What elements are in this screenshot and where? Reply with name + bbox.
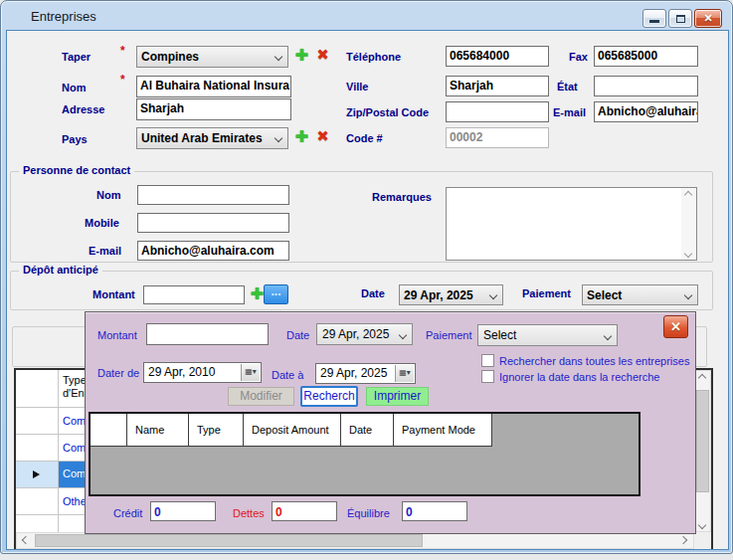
date-select[interactable]: 29 Apr, 2025 — [399, 284, 503, 305]
credit-label: Crédit — [113, 507, 142, 519]
dettes-field[interactable]: 0 — [272, 501, 337, 521]
zip-label: Zip/Postal Code — [346, 106, 429, 118]
montant-field[interactable] — [143, 285, 245, 304]
credit-field[interactable]: 0 — [150, 501, 216, 521]
maximize-button[interactable] — [668, 9, 692, 28]
equilibre-label: Équilibre — [347, 507, 390, 519]
contact-nom-label: Nom — [96, 189, 120, 201]
minimize-button[interactable] — [642, 9, 666, 28]
etat-field[interactable] — [594, 76, 698, 96]
chevron-left-icon[interactable] — [17, 533, 32, 548]
nom-required-mark: * — [120, 73, 125, 87]
chevron-down-icon — [399, 331, 407, 339]
equilibre-field[interactable]: 0 — [402, 501, 467, 521]
delete-country-icon[interactable]: ✖ — [314, 128, 331, 145]
window-title: Entreprises — [31, 9, 96, 24]
nom-label: Nom — [62, 82, 86, 93]
contact-email-field[interactable]: Abnicho@aluhaira.com — [137, 241, 289, 261]
browse-dots-button[interactable]: ... — [264, 284, 288, 304]
taper-select[interactable]: Compines — [136, 46, 288, 68]
remarques-label: Remarques — [372, 191, 432, 203]
search-all-label: Rechercher dans toutes les entreprises — [499, 355, 689, 367]
dialog-paiement-label: Paiement — [426, 329, 471, 341]
dater-de-picker[interactable]: 29 Apr, 2010 ▦▾ — [143, 362, 262, 383]
paiement-label: Paiement — [522, 287, 571, 299]
ville-label: Ville — [346, 81, 368, 93]
dialog-montant-field[interactable] — [146, 323, 269, 345]
minimize-icon — [649, 20, 659, 23]
header-type: Type — [189, 414, 244, 447]
remarques-textarea[interactable] — [446, 187, 697, 261]
chevron-down-icon — [275, 53, 282, 61]
add-type-icon[interactable]: ✚ — [293, 47, 310, 64]
montant-label: Montant — [92, 288, 135, 300]
dater-de-label: Dater de — [97, 367, 139, 379]
pays-select[interactable]: United Arab Emirates — [136, 127, 288, 149]
scrollbar-thumb[interactable] — [696, 390, 709, 492]
contact-group: Personne de contact Nom Mobile E-mail Ab… — [10, 171, 713, 263]
close-button[interactable]: ✕ — [694, 9, 722, 28]
taper-required-mark: * — [120, 44, 125, 58]
paiement-select[interactable]: Select — [582, 284, 698, 305]
chevron-up-icon[interactable] — [695, 371, 710, 386]
date-a-label: Date à — [272, 369, 303, 381]
email-field[interactable]: Abnicho@aluhaira.com — [594, 101, 698, 122]
telephone-label: Téléphone — [346, 51, 401, 63]
scrollbar-thumb[interactable] — [35, 534, 423, 547]
chevron-down-icon — [275, 134, 282, 142]
chevron-down-icon[interactable] — [695, 516, 710, 531]
zip-field[interactable] — [446, 101, 549, 122]
fax-field[interactable]: 065685000 — [594, 46, 698, 67]
adresse-label: Adresse — [62, 103, 104, 115]
contact-mobile-label: Mobile — [85, 217, 119, 229]
date-a-picker[interactable]: 29 Apr, 2025 ▦▾ — [315, 363, 416, 384]
date-label: Date — [361, 287, 385, 299]
chevron-up-icon[interactable] — [681, 188, 696, 203]
dialog-date-label: Date — [286, 329, 309, 341]
contact-email-label: E-mail — [89, 245, 121, 257]
code-label: Code # — [346, 132, 383, 144]
chevron-right-icon[interactable] — [678, 533, 693, 548]
close-icon: ✕ — [703, 12, 712, 24]
table-horizontal-scrollbar[interactable] — [16, 532, 694, 549]
calendar-icon[interactable]: ▦▾ — [395, 365, 414, 382]
dialog-close-button[interactable]: ✕ — [663, 315, 688, 338]
dialog-paiement-select[interactable]: Select — [477, 324, 618, 346]
contact-nom-field[interactable] — [137, 185, 289, 205]
maximize-icon — [676, 15, 685, 23]
email-label: E-mail — [553, 106, 586, 118]
header-date: Date — [341, 414, 394, 447]
imprimer-button[interactable]: Imprimer — [366, 387, 429, 406]
deposits-table: Name Type Deposit Amount Date Payment Mo… — [89, 412, 641, 496]
column-divider — [58, 370, 59, 532]
header-payment-mode: Payment Mode — [394, 414, 492, 447]
header-name: Name — [127, 414, 189, 447]
deposit-search-dialog: ✕ Montant Date 29 Apr, 2025 Paiement Sel… — [85, 311, 696, 534]
dialog-date-select[interactable]: 29 Apr, 2025 — [316, 323, 413, 345]
close-icon: ✕ — [670, 319, 681, 334]
chevron-down-icon[interactable] — [681, 245, 696, 260]
arrow-right-icon — [33, 470, 40, 478]
table-vertical-scrollbar[interactable] — [694, 370, 711, 532]
nom-field[interactable]: Al Buhaira National Insura — [136, 76, 291, 97]
contact-mobile-field[interactable] — [137, 213, 289, 233]
fax-label: Fax — [569, 51, 588, 63]
ville-field[interactable]: Sharjah — [446, 76, 549, 96]
recherch-button[interactable]: Recherch — [300, 386, 358, 407]
deposit-group: Dépôt anticipé Montant ✚ ... Date 29 Apr… — [10, 271, 713, 310]
telephone-field[interactable]: 065684000 — [446, 46, 549, 67]
add-country-icon[interactable]: ✚ — [293, 128, 310, 145]
search-all-checkbox[interactable] — [481, 354, 494, 367]
scrollbar-corner — [694, 532, 711, 549]
code-field: 00002 — [446, 127, 549, 148]
dettes-label: Dettes — [233, 507, 265, 519]
delete-type-icon[interactable]: ✖ — [314, 47, 331, 64]
ignore-date-checkbox[interactable] — [481, 370, 494, 383]
calendar-icon[interactable]: ▦▾ — [241, 364, 260, 381]
remarques-scrollbar[interactable] — [681, 188, 696, 260]
modifier-button[interactable]: Modifier — [228, 387, 294, 406]
deposit-group-title: Dépôt anticipé — [19, 264, 102, 276]
chevron-down-icon — [489, 291, 497, 299]
adresse-field[interactable]: Sharjah — [136, 98, 291, 120]
selected-row-header[interactable] — [16, 462, 58, 487]
